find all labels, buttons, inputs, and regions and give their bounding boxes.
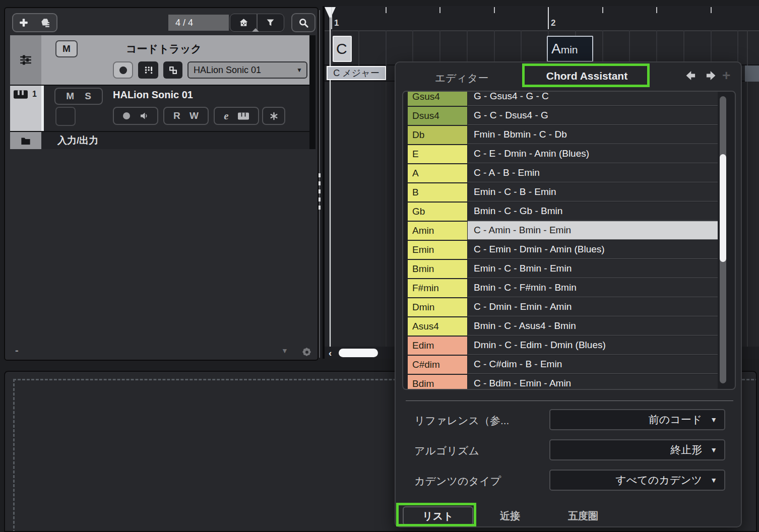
write-automation-button[interactable]: W (189, 110, 199, 121)
chord-track-mute-button[interactable]: M (55, 40, 78, 57)
duplicate-track-icon[interactable] (36, 16, 53, 30)
scrollbar-block[interactable] (745, 65, 759, 82)
add-tab-icon[interactable]: + (722, 69, 730, 82)
chord-name-chip: F#min (408, 279, 467, 297)
chevron-down-icon: ▼ (710, 446, 717, 454)
panel-divider[interactable] (318, 7, 322, 361)
ruler-tick (494, 7, 495, 13)
divider-handle[interactable] (319, 181, 321, 185)
popup-notch (252, 28, 259, 32)
divider-handle[interactable] (319, 189, 321, 193)
track-add-group (12, 13, 57, 32)
read-automation-button[interactable]: R (173, 110, 180, 121)
track-count-label: 4 / 4 (175, 18, 193, 28)
chord-list-scrollbar-thumb[interactable] (720, 154, 726, 262)
divider-handle[interactable] (319, 173, 321, 177)
chord-suggestion-row[interactable]: Asus4 Bmin - C - Asus4 - Bmin (403, 317, 735, 336)
chord-suggestion-row[interactable]: A C - A - B - Emin (403, 164, 735, 183)
instrument-track-type-cell[interactable]: 1 (10, 86, 41, 131)
show-parts-button[interactable] (163, 61, 182, 79)
solo-button[interactable]: S (85, 91, 91, 102)
chord-event-amin[interactable]: Amin (547, 36, 593, 62)
reference-select[interactable]: 前のコード ▼ (549, 409, 725, 430)
scroll-left-icon[interactable]: ‹ (329, 348, 332, 359)
chevron-down-icon: ▼ (710, 476, 717, 484)
grid-line (521, 30, 522, 65)
playhead-marker[interactable] (325, 7, 336, 19)
scale-event-label: C メジャー (333, 67, 379, 79)
chord-suggestion-row[interactable]: F#min Bmin - C - F#min - Bmin (403, 279, 735, 298)
chord-progression-cell: Fmin - Bbmin - C - Db (468, 125, 718, 144)
chord-suggestion-row[interactable]: Gsus4 G - Gsus4 - G - C (403, 91, 735, 106)
annotation-highlight-chord-assistant-tab (522, 63, 650, 87)
track-list-panel: 4 / 4 M コードトラック (4, 7, 319, 361)
parts-icon (169, 66, 177, 75)
mode-tab-proximity[interactable]: 近接 (482, 509, 538, 523)
open-instrument-button[interactable] (238, 112, 249, 120)
chord-suggestion-row[interactable]: Dmin C - Dmin - Emin - Amin (403, 298, 735, 317)
instrument-track-name[interactable]: HALion Sonic 01 (113, 89, 193, 101)
chevron-down-icon[interactable]: ▼ (281, 347, 288, 355)
chord-suggestion-row[interactable]: Emin C - Emin - Dmin - Amin (Blues) (403, 240, 735, 259)
chord-suggestion-row[interactable]: Bmin Emin - C - Bmin - Emin (403, 259, 735, 279)
chord-track-icon (20, 54, 32, 65)
chord-suggestion-row[interactable]: Amin C - Amin - Bmin - Emin (403, 221, 735, 240)
cubase-window: C Amin C メジャー ‹ 12 4 / 4 (0, 0, 759, 532)
scale-event[interactable]: C メジャー (327, 66, 386, 80)
track-visibility-count[interactable]: 4 / 4 (168, 15, 229, 31)
chord-progression-cell: Bmin - C - F#min - Bmin (468, 279, 718, 297)
chord-event-c[interactable]: C (333, 36, 352, 62)
chord-assistant-panel: エディター Chord Assistant + Bdim C - Bdim - … (395, 61, 742, 527)
forward-arrow-icon[interactable] (705, 69, 718, 82)
io-track-type-cell[interactable] (10, 132, 41, 149)
hscrollbar-thumb[interactable] (339, 349, 378, 357)
tab-editor[interactable]: エディター (419, 71, 504, 85)
divider-handle[interactable] (319, 206, 321, 210)
chord-progression-cell: Emin - C - Bmin - Emin (468, 259, 718, 278)
edit-instrument-group: e (214, 107, 259, 125)
mode-tab-circle-of-fifths[interactable]: 五度圏 (555, 509, 611, 523)
monitor-speaker-button[interactable] (140, 112, 148, 120)
chord-suggestion-row[interactable]: B Emin - C - B - Emin (403, 183, 735, 202)
instrument-slot[interactable] (55, 107, 76, 126)
back-arrow-icon[interactable] (684, 69, 697, 82)
chord-name-chip: A (408, 164, 467, 182)
grid-line (656, 30, 657, 65)
grid-line (386, 82, 387, 347)
algorithm-select[interactable]: 終止形 ▼ (549, 439, 725, 460)
midi-input-button[interactable] (138, 61, 158, 79)
zoom-out-control[interactable]: - (15, 345, 19, 356)
chord-track-name[interactable]: コードトラック (81, 42, 247, 56)
playhead-line[interactable] (330, 7, 331, 347)
chord-name-chip: Gsus4 (408, 91, 467, 106)
ruler-tick (386, 7, 387, 13)
asterisk-icon[interactable] (270, 112, 278, 120)
chord-progression-cell: Emin - C - B - Emin (468, 183, 718, 202)
chord-suggestion-row[interactable]: Edim Dmin - C - Edim - Dmin (Blues) (403, 336, 735, 355)
track-filter-button[interactable] (258, 14, 284, 31)
chord-suggestion-row[interactable]: C#dim C - C#dim - B - Emin (403, 355, 735, 374)
chevron-down-icon: ▼ (296, 66, 302, 74)
add-track-button[interactable] (16, 16, 31, 30)
edit-channel-button[interactable]: e (224, 110, 228, 122)
chord-track-type-cell[interactable] (10, 35, 41, 85)
gear-icon[interactable] (303, 349, 310, 355)
mute-solo-group: M S (54, 88, 103, 105)
mute-button[interactable]: M (66, 91, 74, 102)
io-track-row[interactable]: 入力/出力 (41, 132, 309, 149)
chord-suggestion-row[interactable]: Db Fmin - Bbmin - C - Db (403, 125, 735, 145)
chord-name-chip: Amin (408, 222, 467, 240)
cadence-type-select[interactable]: すべてのカデンツ ▼ (549, 470, 725, 491)
chord-suggestion-row[interactable]: Bdim C - Bdim - Emin - Amin (403, 374, 735, 390)
chord-progression-cell: C - Emin - Dmin - Amin (Blues) (468, 240, 718, 259)
chord-suggestion-row[interactable]: E C - E - Dmin - Amin (Blues) (403, 145, 735, 164)
timeline-ruler[interactable] (325, 6, 759, 31)
chord-suggestion-row[interactable]: Dsus4 G - C - Dsus4 - G (403, 106, 735, 125)
divider-handle[interactable] (319, 197, 321, 202)
record-enable-button[interactable] (123, 112, 130, 119)
search-track-button[interactable] (291, 13, 315, 32)
chord-track-instrument-select[interactable]: HALion Sonic 01 ▼ (187, 61, 307, 79)
chord-suggestion-row[interactable]: Gb Bmin - C - Gb - Bmin (403, 202, 735, 221)
chord-track-record-button[interactable] (113, 61, 133, 79)
grid-line (331, 82, 332, 347)
